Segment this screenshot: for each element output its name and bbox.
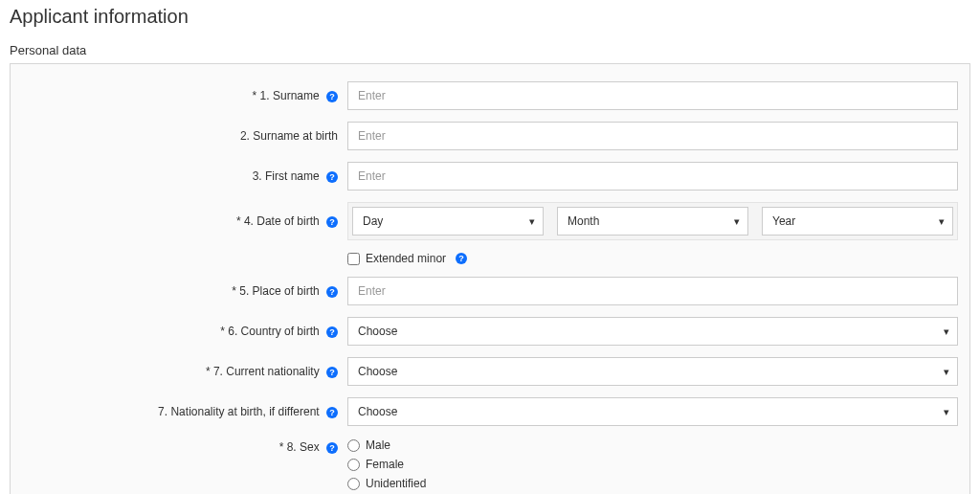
- page-title: Applicant information: [10, 6, 970, 28]
- label-sex-text: * 8. Sex: [279, 440, 320, 454]
- row-country-birth: * 6. Country of birth ? Choose ▾: [22, 317, 958, 346]
- label-first-name: 3. First name ?: [22, 168, 347, 185]
- extended-minor-checkbox[interactable]: [347, 253, 360, 265]
- sex-male-radio[interactable]: [347, 439, 360, 452]
- dob-month-select[interactable]: Month ▾: [557, 207, 748, 236]
- label-nationality-birth: 7. Nationality at birth, if different ?: [22, 403, 347, 420]
- info-icon[interactable]: ?: [326, 171, 338, 183]
- label-first-name-text: 3. First name: [253, 169, 320, 183]
- info-icon[interactable]: ?: [326, 407, 338, 418]
- label-sex: * 8. Sex ?: [22, 438, 347, 456]
- extended-minor-label: Extended minor: [366, 252, 446, 265]
- label-nationality-birth-text: 7. Nationality at birth, if different: [158, 405, 320, 418]
- personal-data-form: * 1. Surname ? 2. Surname at birth 3. Fi…: [10, 63, 970, 494]
- label-country-birth-text: * 6. Country of birth: [220, 325, 319, 338]
- current-nationality-select[interactable]: Choose ▾: [347, 357, 958, 386]
- sex-male-option[interactable]: Male: [347, 438, 958, 452]
- label-dob-text: * 4. Date of birth: [236, 214, 320, 228]
- extended-minor-check[interactable]: Extended minor ?: [347, 252, 958, 265]
- dob-year-label: Year: [772, 214, 795, 228]
- info-icon[interactable]: ?: [326, 91, 338, 102]
- sex-male-label: Male: [366, 438, 390, 452]
- chevron-down-icon: ▾: [529, 208, 535, 235]
- row-first-name: 3. First name ?: [22, 162, 958, 191]
- info-icon[interactable]: ?: [326, 216, 338, 228]
- sex-female-option[interactable]: Female: [347, 458, 958, 471]
- sex-unidentified-radio[interactable]: [347, 478, 360, 490]
- dob-group: Day ▾ Month ▾ Year ▾: [347, 202, 958, 240]
- info-icon[interactable]: ?: [456, 253, 467, 264]
- label-country-birth: * 6. Country of birth ?: [22, 323, 347, 340]
- label-current-nationality: * 7. Current nationality ?: [22, 363, 347, 380]
- row-extended-minor: Extended minor ?: [22, 252, 958, 265]
- info-icon[interactable]: ?: [326, 442, 338, 454]
- current-nationality-value: Choose: [358, 365, 397, 378]
- info-icon[interactable]: ?: [326, 286, 338, 298]
- chevron-down-icon: ▾: [734, 208, 740, 235]
- nationality-birth-value: Choose: [358, 405, 397, 418]
- dob-year-select[interactable]: Year ▾: [762, 207, 953, 236]
- dob-day-label: Day: [363, 214, 383, 228]
- nationality-birth-select[interactable]: Choose ▾: [347, 397, 958, 426]
- chevron-down-icon: ▾: [944, 318, 949, 345]
- sex-female-radio[interactable]: [347, 459, 360, 471]
- country-birth-value: Choose: [358, 325, 397, 338]
- info-icon[interactable]: ?: [326, 326, 338, 338]
- country-birth-select[interactable]: Choose ▾: [347, 317, 958, 346]
- info-icon[interactable]: ?: [326, 367, 338, 378]
- row-surname-birth: 2. Surname at birth: [22, 122, 958, 150]
- section-title: Personal data: [10, 43, 970, 57]
- label-surname-text: * 1. Surname: [253, 89, 320, 102]
- sex-unidentified-label: Unidentified: [366, 477, 426, 490]
- sex-female-label: Female: [366, 458, 404, 471]
- label-place-birth-text: * 5. Place of birth: [232, 284, 319, 298]
- row-nationality-birth: 7. Nationality at birth, if different ? …: [22, 397, 958, 426]
- label-surname: * 1. Surname ?: [22, 87, 347, 104]
- chevron-down-icon: ▾: [944, 358, 949, 385]
- place-birth-input[interactable]: [347, 277, 958, 305]
- surname-input[interactable]: [347, 81, 958, 110]
- chevron-down-icon: ▾: [944, 398, 949, 425]
- row-place-birth: * 5. Place of birth ?: [22, 277, 958, 305]
- row-dob: * 4. Date of birth ? Day ▾ Month ▾ Year …: [22, 202, 958, 240]
- first-name-input[interactable]: [347, 162, 958, 191]
- label-place-birth: * 5. Place of birth ?: [22, 282, 347, 300]
- dob-day-select[interactable]: Day ▾: [352, 207, 544, 236]
- label-current-nationality-text: * 7. Current nationality: [206, 365, 320, 378]
- row-sex: * 8. Sex ? Male Female Unidentified: [22, 438, 958, 490]
- row-current-nationality: * 7. Current nationality ? Choose ▾: [22, 357, 958, 386]
- surname-birth-input[interactable]: [347, 122, 958, 150]
- dob-month-label: Month: [568, 214, 599, 228]
- label-surname-birth: 2. Surname at birth: [22, 127, 347, 145]
- label-surname-birth-text: 2. Surname at birth: [240, 129, 338, 143]
- sex-unidentified-option[interactable]: Unidentified: [347, 477, 958, 490]
- row-surname: * 1. Surname ?: [22, 81, 958, 110]
- label-dob: * 4. Date of birth ?: [22, 213, 347, 230]
- sex-radio-group: Male Female Unidentified: [347, 438, 958, 490]
- chevron-down-icon: ▾: [939, 208, 945, 235]
